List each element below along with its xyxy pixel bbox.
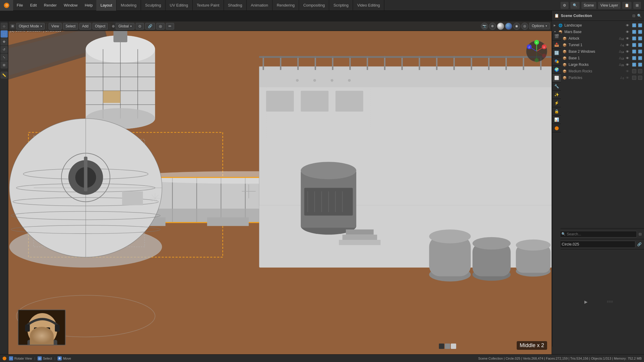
tab-sculpting[interactable]: Sculpting [141,0,165,11]
shading-material-btn[interactable] [505,23,512,30]
props-icon-material[interactable]: ⬤ [552,124,561,132]
topright-icon2[interactable]: 🔍 [570,2,580,9]
props-icon-scene[interactable]: 🎭 [552,57,561,66]
tool-scale[interactable]: ⤡ [1,54,8,61]
tool-cursor[interactable]: ⊹ [1,23,8,30]
props-icon-particles[interactable]: ✨ [552,91,561,99]
tool-measure[interactable]: 📏 [1,72,8,79]
tab-scripting[interactable]: Scripting [329,0,353,11]
snap-btn[interactable]: 🔗 [145,23,155,29]
check-tunnel1-eye[interactable]: 👁 [626,43,629,47]
tree-large-rocks[interactable]: ▶ 📦 Large Rocks △26 👁 ✓ ✓ [552,61,644,68]
props-icon-output[interactable]: 📤 [552,41,561,49]
shading-rendered-btn[interactable]: ◉ [513,23,520,30]
tab-animation[interactable]: Animation [247,0,273,11]
scene-selector[interactable]: Scene [581,2,596,9]
check-mediumrocks-eye[interactable]: 👁 [626,69,629,73]
tree-tunnel1[interactable]: ▶ 📦 Tunnel 1 △6 👁 ✓ ✓ [552,42,644,48]
props-icon-render[interactable]: 🎬 [552,32,561,41]
check-marsbase-render[interactable]: ✓ [632,30,636,34]
pivot-btn[interactable]: ⊙ [136,23,144,29]
tree-airlock[interactable]: ▶ 📦 Airlock △12 👁 ✓ ✓ [552,35,644,42]
check-marsbase-eye[interactable]: 👁 [626,30,629,34]
topright-icon3[interactable]: 📋 [622,2,631,9]
tool-move[interactable]: ✥ [1,38,8,45]
props-search-input[interactable] [567,232,635,236]
tool-select-box[interactable]: ⬚ [1,30,8,38]
shading-eevee-btn[interactable]: ◎ [521,23,528,30]
check-base2win-eye[interactable]: 👁 [626,50,629,53]
tab-video-editing[interactable]: Video Editing [353,0,384,11]
props-icon-modifier[interactable]: 🔧 [552,82,561,91]
camera-icon[interactable]: 📷 [481,23,488,30]
select-menu[interactable]: Select [63,23,78,29]
viewport-gizmo-btn[interactable]: ⊕ [489,23,496,30]
tree-medium-rocks[interactable]: 📦 Medium Rocks 👁 [552,68,644,74]
props-icon-physics[interactable]: ⚡ [552,99,561,107]
check-marsbase-viewport[interactable]: ✓ [638,30,642,34]
annotate-btn[interactable]: ✏ [166,23,174,29]
check-base1-eye[interactable]: 👁 [626,56,629,60]
props-icon-view-layer[interactable]: 🔢 [552,49,561,57]
tree-particles[interactable]: 📦 Particles △3 👁 [552,74,644,81]
color-sq-dark[interactable] [445,344,450,349]
check-largerocks-viewport[interactable]: ✓ [638,63,642,67]
check-base1-render[interactable]: ✓ [632,56,636,60]
shading-solid-btn[interactable] [497,23,504,30]
check-particles-viewport[interactable] [638,76,642,80]
proportional-btn[interactable]: ◎ [156,23,165,29]
check-landscape-eye[interactable]: 👁 [626,24,629,27]
check-mediumrocks-render[interactable] [632,69,636,73]
props-icon-object[interactable]: ⬜ [552,74,561,82]
check-landscape-render[interactable]: ✓ [632,23,636,27]
check-airlock-eye[interactable]: 👁 [626,37,629,40]
tree-base2windows[interactable]: ▶ 📦 Base 2 Windows △14 👁 ✓ ✓ [552,48,644,55]
object-name-field[interactable] [559,241,635,248]
check-landscape-viewport[interactable]: ✓ [638,23,642,27]
menu-help[interactable]: Help [81,0,96,11]
topright-icon4[interactable]: ⊞ [633,2,641,9]
tab-texture-paint[interactable]: Texture Paint [193,0,224,11]
object-name-link-icon[interactable]: 🔗 [637,242,642,246]
tab-modeling[interactable]: Modeling [117,0,141,11]
props-play-btn[interactable]: ▶ [583,299,589,305]
menu-edit[interactable]: Edit [27,0,40,11]
tool-rotate[interactable]: ↺ [1,46,8,53]
props-icon-data[interactable]: 📊 [552,116,561,124]
check-particles-eye[interactable]: 👁 [626,76,629,80]
props-icon-constraints[interactable]: 🔒 [552,107,561,116]
outliner-filter-icon[interactable]: ⊟ [632,14,635,18]
tab-compositing[interactable]: Compositing [299,0,329,11]
check-mediumrocks-viewport[interactable] [638,69,642,73]
check-base2win-render[interactable]: ✓ [632,49,636,54]
menu-window[interactable]: Window [60,0,81,11]
check-airlock-viewport[interactable]: ✓ [638,36,642,41]
add-menu[interactable]: Add [79,23,91,29]
outliner-search-icon[interactable]: 🔍 [637,14,642,18]
color-sq-light[interactable] [451,344,456,349]
viewport[interactable]: User Perspective (1) Scene Collection | … [8,21,552,354]
object-menu[interactable]: Object [92,23,108,29]
blender-logo[interactable]: ⊙ [0,0,13,11]
tree-mars-base[interactable]: ▼ 📦 Mars Base 👁 ✓ ✓ [552,29,644,35]
check-base2win-viewport[interactable]: ✓ [638,49,642,54]
nav-gizmo[interactable]: X Y Z [525,39,549,63]
check-tunnel1-viewport[interactable]: ✓ [638,43,642,47]
tab-layout[interactable]: Layout [96,0,117,11]
transform-dropdown[interactable]: Global [116,23,134,29]
props-filter-btn[interactable]: ⊟ [639,232,642,236]
check-tunnel1-render[interactable]: ✓ [632,43,636,47]
view-layer-selector[interactable]: View Layer [598,2,620,9]
check-largerocks-render[interactable]: ✓ [632,63,636,67]
menu-render[interactable]: Render [40,0,60,11]
tool-transform[interactable]: ⊞ [1,61,8,69]
topright-icon1[interactable]: ⚙ [561,2,569,9]
check-base1-viewport[interactable]: ✓ [638,56,642,60]
check-largerocks-eye[interactable]: 👁 [626,63,629,66]
tab-uv-editing[interactable]: UV Editing [165,0,192,11]
tree-base1[interactable]: ▶ 📦 Base 1 △13 👁 ✓ ✓ [552,55,644,61]
props-dots-handle[interactable]: ⠿⠿⠿ [607,300,613,304]
check-particles-render[interactable] [632,76,636,80]
tab-rendering[interactable]: Rendering [273,0,299,11]
props-icon-world[interactable]: 🌍 [552,66,561,74]
